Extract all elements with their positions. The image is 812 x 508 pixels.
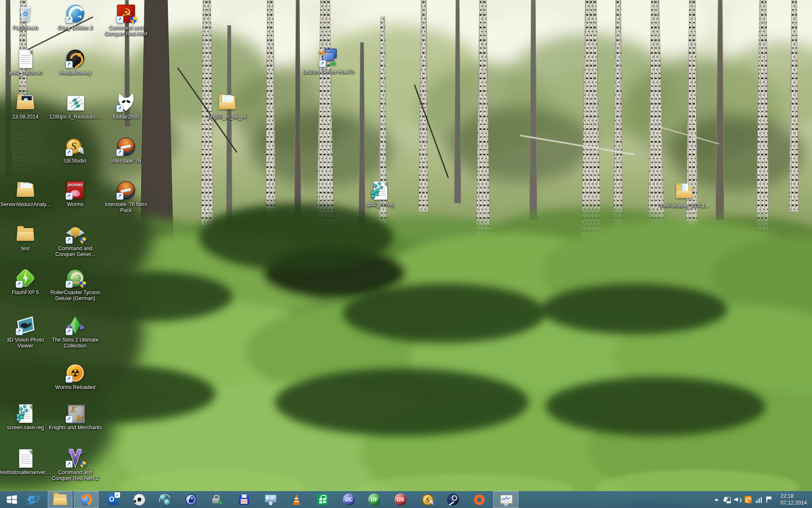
taskbar-uestudio[interactable]: S	[419, 491, 436, 508]
folder-with-documents-icon	[15, 180, 36, 200]
start-button[interactable]	[3, 491, 20, 508]
desktop-icon-label: screen.save.reg	[7, 425, 44, 431]
taskbar-floppy-app[interactable]	[235, 491, 253, 508]
tray-action-center[interactable]	[764, 491, 774, 508]
desktop-icon-cnc-red-alert[interactable]: Command and Conquer Red Alert	[99, 3, 154, 37]
settings-panel-icon	[264, 494, 276, 505]
shortcut-arrow-icon	[16, 281, 23, 288]
tray-power[interactable]	[723, 491, 732, 508]
outlook-icon	[107, 494, 118, 505]
uac-shield-icon	[79, 281, 86, 288]
desktop-icon-worms-reloaded[interactable]: Worms Reloaded	[48, 363, 103, 390]
desktop-icon-worms[interactable]: Worms	[48, 180, 103, 207]
desktop-icon-papierkorb[interactable]: Papierkorb	[0, 3, 53, 31]
recycle-bin-icon	[15, 3, 36, 24]
tray-update-notifier[interactable]	[743, 491, 753, 508]
desktop-icon-flashfxp[interactable]: FlashFXP 5	[0, 268, 53, 295]
uac-shield-icon	[79, 237, 86, 244]
taskbar-file-explorer[interactable]	[48, 491, 72, 508]
desktop-icon-ironportable-folder[interactable]: IronPortable_35.0.1...	[657, 181, 712, 209]
desktop-icon-resistors-image[interactable]: 1280px-3_Resistors....	[48, 92, 103, 120]
desktop-icon-resttodos[interactable]: resttodosalterserver....	[0, 448, 53, 475]
folder-icon	[15, 224, 36, 244]
folder-with-files-icon	[674, 181, 694, 202]
desktop-icon-cnc-generals[interactable]: Command and Conquer Gener...	[48, 224, 103, 258]
ultrafinder-icon: UF	[368, 494, 380, 505]
desktop-icon-gta2-fix-reg[interactable]: gta2_fix.reg	[353, 180, 408, 207]
text-file-icon	[15, 448, 36, 468]
desktop-icon-uestudio[interactable]: UEStudio	[48, 136, 103, 164]
shortcut-arrow-icon	[66, 237, 73, 244]
taskbar-ultrafinder[interactable]: UF	[365, 491, 383, 508]
desktop-icon-folder-13-08-2014[interactable]: 13.08.2014	[0, 92, 53, 120]
desktop-icon-test-folder[interactable]: test	[0, 224, 53, 251]
desktop-icon-letztes-server-howto[interactable]: Letztes Server-HowTo	[301, 47, 356, 75]
desktop-icon-sims2[interactable]: The Sims 2 Ultimate Collection	[48, 315, 103, 349]
worms-reloaded-icon	[65, 363, 85, 383]
taskbar-settings-app[interactable]	[261, 491, 280, 508]
taskbar-firefox[interactable]	[74, 491, 99, 508]
show-hidden-icons-button[interactable]	[712, 491, 721, 508]
shortcut-arrow-icon	[116, 149, 123, 156]
taskbar-origin[interactable]	[470, 491, 488, 508]
desktop-icon-knights-and-merchants[interactable]: Knights and Merchants	[48, 403, 103, 431]
taskbar-keepass[interactable]	[182, 491, 200, 508]
desktop-icon-screen-save-reg[interactable]: screen.save.reg	[0, 403, 53, 431]
desktop-icon-mediamonkey[interactable]: MediaMonkey	[48, 48, 103, 76]
desktop-icon-interstate76-nitro[interactable]: Interstate '76 Nitro Pack	[99, 180, 154, 214]
desktop-icon-label: Command and Conquer Red Alert 2	[48, 469, 102, 482]
desktop-icon-foobar2000[interactable]: foobar2000	[99, 92, 154, 120]
taskbar-vlc[interactable]	[288, 491, 305, 508]
desktop-icon-3d-vision-photo-viewer[interactable]: 3D Vision Photo Viewer	[0, 315, 53, 349]
firefox-icon	[80, 494, 92, 505]
ultrasentry-icon: US	[395, 494, 406, 505]
keepass-lock-icon	[185, 494, 197, 505]
taskbar-steam[interactable]	[444, 491, 462, 508]
resistors-image-icon	[65, 92, 85, 113]
taskbar-ultrasentry[interactable]: US	[392, 491, 409, 508]
cnc-red-alert-2-icon	[65, 448, 85, 468]
folder-with-image-icon	[15, 92, 36, 113]
taskbar-outlook[interactable]	[104, 491, 122, 508]
shortcut-arrow-icon	[319, 60, 326, 67]
cnc-generals-icon	[65, 224, 85, 244]
open-folder-icon	[217, 92, 237, 113]
desktop-icon-label: php55_to_56_ini	[208, 114, 247, 120]
floppy-disk-icon	[239, 494, 249, 505]
taskbar-clock[interactable]: 22:18 07.12.2014	[780, 493, 807, 506]
knights-and-merchants-icon	[65, 403, 85, 423]
taskbar-orbs-app[interactable]	[156, 491, 173, 508]
windows-logo-icon	[6, 494, 17, 505]
desktop-icon-label: gta2_fix.reg	[367, 202, 394, 207]
desktop-icon-label: RollerCoaster Tycoon Deluxe (German)	[48, 290, 102, 302]
desktop-icon-label: Command and Conquer Gener...	[48, 246, 102, 258]
taskbar-padlock-app[interactable]	[208, 491, 226, 508]
sims2-plumbob-icon	[65, 315, 85, 336]
taskbar-windows-store[interactable]	[314, 491, 332, 508]
desktop-icon-rollercoaster-tycoon[interactable]: RollerCoaster Tycoon Deluxe (German)	[48, 268, 103, 302]
desktop-icon-interstate76[interactable]: Interstate '76	[99, 136, 154, 164]
interstate76-icon	[116, 136, 136, 157]
desktop-icon-label: FlashFXP 5	[12, 290, 39, 295]
desktop-icon-cnc-red-alert-2[interactable]: Command and Conquer Red Alert 2	[48, 448, 103, 482]
desktop-icon-label: IronPortable_35.0.1...	[659, 203, 709, 209]
taskbar-soccer-app[interactable]	[130, 491, 148, 508]
tray-volume[interactable]	[733, 491, 743, 508]
desktop-icon-label: Interstate '76 Nitro Pack	[99, 202, 153, 214]
desktop-icon-label: Papierkorb	[13, 25, 38, 31]
desktop-icon-glary-utilities[interactable]: Glary Utilities 3	[48, 3, 103, 31]
origin-icon	[474, 494, 485, 505]
taskbar-system-monitor[interactable]	[493, 491, 518, 508]
desktop-icon-serverabsturz-folder[interactable]: ServerAbsturzAnaly...	[0, 180, 53, 207]
power-plug-battery-icon	[724, 496, 731, 503]
tray-network[interactable]	[754, 491, 763, 508]
padlock-download-icon	[211, 494, 223, 505]
shortcut-arrow-icon	[66, 375, 73, 383]
taskbar-internet-explorer[interactable]	[24, 491, 41, 508]
desktop: Papierkorb Glary Utilities 3 Command and…	[0, 0, 812, 508]
text-file-icon	[15, 48, 36, 69]
desktop-icon-php-folder[interactable]: php55_to_56_ini	[200, 92, 255, 120]
shortcut-arrow-icon	[66, 328, 73, 335]
taskbar-ultracompare[interactable]: UC	[340, 491, 358, 508]
desktop-icon-yella-todos[interactable]: yella_todos.txt	[0, 48, 53, 76]
